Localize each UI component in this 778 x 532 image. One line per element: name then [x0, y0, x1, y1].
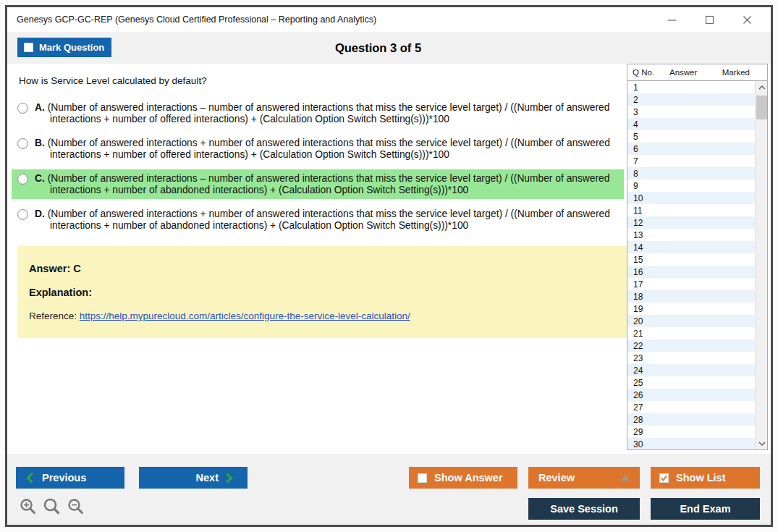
question-list-row[interactable]: 12 — [627, 216, 755, 229]
option-radio[interactable] — [17, 103, 28, 114]
answer-label: Answer: C — [29, 263, 614, 274]
options-list: A. (Number of answered interactions – nu… — [12, 98, 624, 240]
question-list-row[interactable]: 22 — [627, 339, 755, 352]
minimize-icon[interactable] — [667, 14, 677, 25]
question-number: 28 — [633, 415, 643, 425]
previous-label: Previous — [42, 472, 86, 484]
option-radio[interactable] — [17, 209, 28, 220]
question-list-row[interactable]: 1 — [627, 81, 755, 93]
question-list-row[interactable]: 23 — [627, 352, 755, 364]
show-list-checkbox-icon — [659, 473, 669, 483]
question-number: 20 — [633, 316, 643, 326]
question-number: 10 — [633, 193, 643, 203]
question-list-row[interactable]: 16 — [627, 266, 755, 278]
question-list-row[interactable]: 26 — [627, 389, 755, 401]
explanation-label: Explanation: — [29, 287, 614, 298]
question-number: 23 — [633, 353, 643, 363]
question-list-header: Q No. Answer Marked — [627, 64, 767, 81]
question-number: 4 — [633, 119, 638, 130]
zoom-controls — [19, 497, 85, 516]
question-list-row[interactable]: 15 — [627, 253, 755, 266]
question-list-row[interactable]: 21 — [627, 327, 755, 339]
question-number: 30 — [633, 439, 643, 449]
reference-link[interactable]: https://help.mypurecloud.com/articles/co… — [80, 311, 410, 321]
question-list-row[interactable]: 17 — [627, 278, 755, 290]
show-answer-checkbox-icon — [418, 473, 427, 483]
end-exam-button[interactable]: End Exam — [651, 498, 760, 520]
option-row[interactable]: D. (Number of answered interactions + nu… — [12, 205, 624, 235]
question-list-row[interactable]: 6 — [627, 143, 755, 155]
question-number: 15 — [633, 255, 643, 265]
show-list-button[interactable]: Show List — [651, 467, 760, 489]
question-number: 22 — [633, 341, 643, 351]
question-number: 14 — [633, 242, 643, 253]
question-number: 8 — [633, 169, 638, 179]
question-list-row[interactable]: 10 — [627, 192, 755, 204]
question-number: 29 — [633, 427, 643, 437]
app-window: Genesys GCP-GC-REP (Genesys Cloud Certif… — [5, 5, 773, 527]
show-answer-label: Show Answer — [434, 472, 503, 484]
question-number: 6 — [633, 144, 638, 154]
question-list-row[interactable]: 27 — [627, 401, 755, 413]
question-list-row[interactable]: 8 — [627, 167, 755, 180]
question-number: 18 — [633, 292, 643, 302]
option-text: D. (Number of answered interactions + nu… — [35, 208, 612, 231]
scroll-up-icon[interactable] — [756, 81, 767, 93]
zoom-in-icon[interactable] — [19, 497, 38, 516]
question-number: 9 — [633, 181, 638, 191]
scroll-down-icon[interactable] — [756, 437, 767, 449]
save-session-button[interactable]: Save Session — [528, 498, 640, 520]
question-list-row[interactable]: 25 — [627, 376, 755, 389]
question-list-row[interactable]: 28 — [627, 413, 755, 426]
option-radio[interactable] — [17, 138, 28, 149]
question-number: 13 — [633, 230, 643, 240]
question-list-row[interactable]: 7 — [627, 155, 755, 167]
next-chevron-icon — [226, 473, 233, 484]
question-list-row[interactable]: 5 — [627, 130, 755, 143]
option-row[interactable]: B. (Number of answered interactions + nu… — [12, 134, 624, 164]
option-row[interactable]: A. (Number of answered interactions – nu… — [12, 98, 624, 128]
question-list-row[interactable]: 2 — [627, 93, 755, 106]
question-number: 21 — [633, 329, 643, 339]
review-button[interactable]: Review — [528, 467, 640, 489]
option-row[interactable]: C. (Number of answered interactions – nu… — [12, 169, 624, 199]
column-qno: Q No. — [627, 68, 669, 77]
question-list-row[interactable]: 18 — [627, 290, 755, 303]
question-number: 19 — [633, 304, 643, 314]
question-list-row[interactable]: 13 — [627, 229, 755, 241]
reference-line: Reference: https://help.mypurecloud.com/… — [29, 311, 614, 321]
previous-button[interactable]: Previous — [16, 467, 124, 489]
question-list-row[interactable]: 11 — [627, 204, 755, 216]
question-list-row[interactable]: 30 — [627, 438, 755, 449]
question-list-row[interactable]: 14 — [627, 241, 755, 253]
question-list-row[interactable]: 19 — [627, 303, 755, 315]
question-list-row[interactable]: 9 — [627, 180, 755, 192]
review-label: Review — [538, 472, 575, 484]
option-text: A. (Number of answered interactions – nu… — [35, 102, 612, 124]
zoom-reset-icon[interactable] — [43, 497, 62, 516]
question-number: 24 — [633, 366, 643, 376]
zoom-out-icon[interactable] — [67, 497, 85, 516]
question-text: How is Service Level calculated by defau… — [19, 75, 207, 86]
option-radio[interactable] — [17, 174, 28, 185]
question-list-row[interactable]: 20 — [627, 315, 755, 327]
question-list-row[interactable]: 29 — [627, 426, 755, 438]
show-answer-button[interactable]: Show Answer — [409, 467, 517, 489]
question-number: 27 — [633, 402, 643, 413]
title-bar: Genesys GCP-GC-REP (Genesys Cloud Certif… — [7, 7, 771, 32]
footer-bar: Previous Next Show Answer Review Show Li… — [7, 454, 771, 525]
column-answer: Answer — [669, 68, 722, 77]
header-strip: Mark Question Question 3 of 5 — [7, 32, 771, 64]
next-label: Next — [196, 472, 219, 484]
question-list-row[interactable]: 4 — [627, 118, 755, 130]
maximize-icon[interactable] — [704, 14, 714, 25]
next-button[interactable]: Next — [139, 467, 248, 489]
question-number: 17 — [633, 279, 643, 290]
close-icon[interactable] — [742, 14, 752, 25]
question-list-row[interactable]: 24 — [627, 364, 755, 376]
option-text: C. (Number of answered interactions – nu… — [35, 173, 612, 195]
scrollbar-thumb[interactable] — [756, 96, 767, 119]
question-number: 25 — [633, 378, 643, 388]
scrollbar[interactable] — [755, 81, 767, 449]
question-list-row[interactable]: 3 — [627, 106, 755, 118]
